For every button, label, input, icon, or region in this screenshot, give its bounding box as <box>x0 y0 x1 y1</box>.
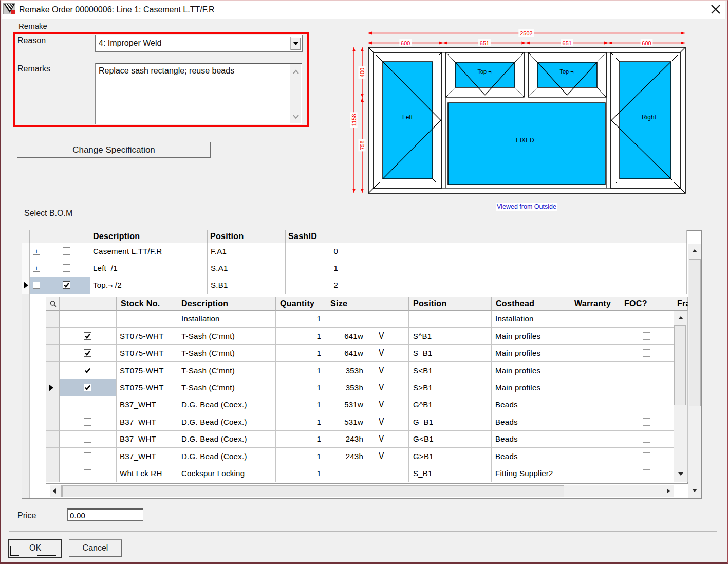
svg-text:2502: 2502 <box>520 30 532 37</box>
svg-text:FIXED: FIXED <box>516 137 534 144</box>
svg-text:758: 758 <box>359 140 365 150</box>
svg-text:600: 600 <box>401 40 410 46</box>
svg-text:Top ¬: Top ¬ <box>559 68 573 75</box>
svg-text:Right: Right <box>642 114 657 121</box>
svg-text:Left: Left <box>402 114 413 121</box>
svg-text:651: 651 <box>563 40 572 46</box>
svg-text:600: 600 <box>642 40 651 46</box>
svg-text:Top ¬: Top ¬ <box>477 68 491 75</box>
svg-text:Viewed from Outside: Viewed from Outside <box>497 203 556 210</box>
svg-text:1158: 1158 <box>351 114 357 126</box>
svg-text:400: 400 <box>359 68 365 77</box>
svg-text:651: 651 <box>480 40 489 46</box>
